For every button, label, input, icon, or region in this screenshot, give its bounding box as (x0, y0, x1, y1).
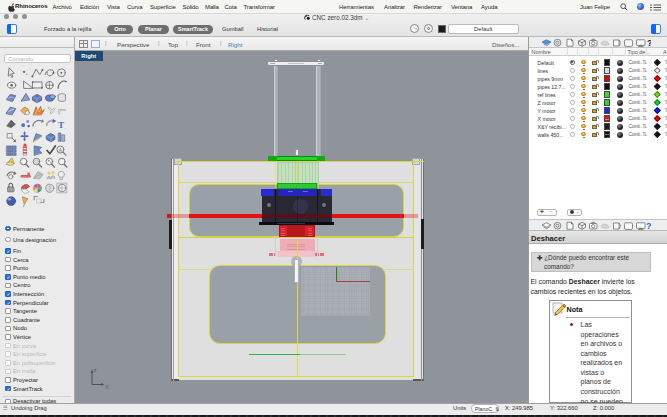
svg-text:?: ? (646, 221, 651, 231)
svg-text:T: T (58, 120, 64, 130)
svg-text:y: y (105, 382, 108, 388)
svg-text:?: ? (647, 38, 651, 48)
svg-text:A: A (59, 147, 63, 153)
svg-text:z: z (93, 366, 96, 372)
